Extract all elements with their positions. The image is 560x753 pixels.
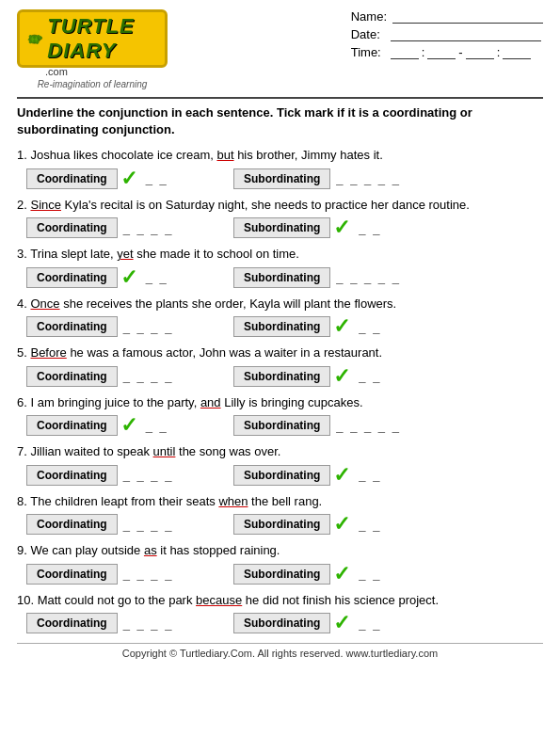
coord-section-3: Coordinating✓_ _ (26, 267, 233, 288)
conjunction-word-8: when (218, 494, 248, 508)
name-underline[interactable] (392, 10, 543, 24)
time-h1[interactable] (391, 46, 419, 59)
sentence-part-10-2: he did not finish his science project. (242, 593, 439, 607)
sub-section-10: Subordinating✓_ _ (233, 613, 440, 633)
sub-section-1: Subordinating_ _ _ _ _ (233, 168, 440, 189)
time-row: : - : (391, 45, 532, 59)
coord-check-6: ✓ (120, 415, 137, 436)
answer-row-2: Coordinating_ _ _ _Subordinating✓_ _ (26, 217, 543, 238)
coord-btn-10[interactable]: Coordinating (26, 613, 118, 633)
sub-btn-6[interactable]: Subordinating (233, 415, 330, 436)
conjunction-word-4: Once (30, 296, 59, 311)
time-label: Time: (351, 45, 385, 59)
coord-btn-1[interactable]: Coordinating (26, 168, 118, 189)
sub-btn-4[interactable]: Subordinating (233, 316, 330, 337)
sentence-part-4-1: she receives the plants she order, Kayla… (60, 296, 397, 311)
coord-section-2: Coordinating_ _ _ _ (26, 217, 233, 238)
sub-btn-10[interactable]: Subordinating (233, 613, 330, 633)
sub-dashes-10: _ _ (359, 617, 381, 631)
sentence-block-1: 1. Joshua likes chocolate ice cream, but… (17, 146, 543, 189)
sub-btn-8[interactable]: Subordinating (233, 514, 330, 535)
sentence-text-2: 2. Since Kyla's recital is on Saturday n… (17, 196, 543, 215)
answer-row-6: Coordinating✓_ _Subordinating_ _ _ _ _ (26, 415, 543, 436)
sentence-block-2: 2. Since Kyla's recital is on Saturday n… (17, 196, 543, 239)
sentence-num-6: 6. (17, 395, 30, 409)
sentence-block-4: 4. Once she receives the plants she orde… (17, 295, 543, 338)
answer-row-8: Coordinating_ _ _ _Subordinating✓_ _ (26, 514, 543, 535)
sentence-num-4: 4. (17, 296, 30, 311)
coord-section-5: Coordinating_ _ _ _ (26, 366, 233, 387)
sentence-num-3: 3. (17, 247, 30, 261)
sub-section-7: Subordinating✓_ _ (233, 465, 440, 486)
sub-btn-9[interactable]: Subordinating (233, 564, 330, 585)
sub-btn-7[interactable]: Subordinating (233, 465, 330, 486)
sentence-block-3: 3. Trina slept late, yet she made it to … (17, 245, 543, 288)
coord-btn-6[interactable]: Coordinating (26, 415, 118, 436)
svg-point-7 (28, 40, 31, 41)
sub-section-2: Subordinating✓_ _ (233, 217, 440, 238)
page: TURTLE DIARY .com Re-imagination of lear… (0, 0, 560, 668)
coord-btn-2[interactable]: Coordinating (26, 217, 118, 238)
sentence-num-10: 10. (17, 593, 38, 607)
sentence-block-10: 10. Matt could not go to the park becaus… (17, 591, 543, 634)
sub-check-9: ✓ (333, 564, 350, 585)
date-underline[interactable] (391, 28, 541, 41)
sentence-text-9: 9. We can play outside as it has stopped… (17, 541, 543, 560)
coord-section-7: Coordinating_ _ _ _ (26, 465, 233, 486)
coord-dashes-8: _ _ _ _ (123, 518, 174, 532)
conjunction-word-9: as (144, 543, 157, 557)
sentence-part-7-2: the song was over. (175, 444, 280, 458)
answer-row-4: Coordinating_ _ _ _Subordinating✓_ _ (26, 316, 543, 337)
logo-text: TURTLE DIARY (47, 14, 159, 63)
time-h2[interactable] (466, 46, 494, 59)
sentence-part-5-1: he was a famous actor, John was a waiter… (67, 345, 382, 360)
sub-btn-1[interactable]: Subordinating (233, 168, 330, 189)
sub-btn-2[interactable]: Subordinating (233, 217, 330, 238)
sub-section-5: Subordinating✓_ _ (233, 366, 440, 387)
conjunction-word-2: Since (30, 198, 61, 212)
coord-btn-5[interactable]: Coordinating (26, 366, 118, 387)
sub-btn-3[interactable]: Subordinating (233, 267, 330, 288)
date-line: Date: (351, 27, 543, 41)
logo-box: TURTLE DIARY (17, 9, 168, 68)
sentence-part-1-0: Joshua likes chocolate ice cream, (30, 148, 216, 162)
logo-area: TURTLE DIARY .com Re-imagination of lear… (17, 9, 168, 89)
sub-section-6: Subordinating_ _ _ _ _ (233, 415, 440, 436)
sentence-num-9: 9. (17, 543, 30, 557)
logo-com: .com (45, 66, 68, 77)
sentence-text-5: 5. Before he was a famous actor, John wa… (17, 344, 543, 362)
coord-btn-7[interactable]: Coordinating (26, 465, 118, 486)
sub-dashes-8: _ _ (359, 518, 381, 532)
coord-btn-8[interactable]: Coordinating (26, 514, 118, 535)
sentence-text-8: 8. The children leapt from their seats w… (17, 492, 543, 511)
coord-check-1: ✓ (120, 168, 137, 189)
coord-btn-9[interactable]: Coordinating (26, 564, 118, 585)
answer-row-3: Coordinating✓_ _Subordinating_ _ _ _ _ (26, 267, 543, 288)
coord-btn-4[interactable]: Coordinating (26, 316, 118, 337)
time-m2[interactable] (503, 46, 531, 59)
time-m1[interactable] (427, 46, 456, 59)
sentence-block-8: 8. The children leapt from their seats w… (17, 492, 543, 536)
sub-dashes-3: _ _ _ _ _ (336, 270, 401, 284)
sentence-part-10-0: Matt could not go to the park (38, 593, 196, 607)
sentence-text-3: 3. Trina slept late, yet she made it to … (17, 245, 543, 264)
sub-dashes-2: _ _ (359, 221, 381, 235)
sentence-text-7: 7. Jillian waited to speak until the son… (17, 442, 543, 461)
sentence-part-3-0: Trina slept late, (30, 247, 117, 261)
conjunction-word-3: yet (117, 247, 133, 261)
coord-section-8: Coordinating_ _ _ _ (26, 514, 233, 535)
sub-check-10: ✓ (333, 613, 350, 633)
sub-btn-5[interactable]: Subordinating (233, 366, 330, 387)
sentence-text-6: 6. I am bringing juice to the party, and… (17, 393, 543, 412)
sentence-part-8-0: The children leapt from their seats (30, 494, 218, 508)
sub-dashes-4: _ _ (359, 320, 381, 334)
conjunction-word-6: and (200, 395, 221, 409)
sentence-text-4: 4. Once she receives the plants she orde… (17, 295, 543, 313)
conjunction-word-1: but (216, 148, 233, 162)
sentence-num-5: 5. (17, 345, 30, 360)
answer-row-5: Coordinating_ _ _ _Subordinating✓_ _ (26, 366, 543, 387)
conjunction-word-10: because (196, 593, 242, 607)
coord-btn-3[interactable]: Coordinating (26, 267, 118, 288)
sentence-part-9-2: it has stopped raining. (157, 543, 280, 557)
sentence-part-3-2: she made it to school on time. (134, 247, 299, 261)
